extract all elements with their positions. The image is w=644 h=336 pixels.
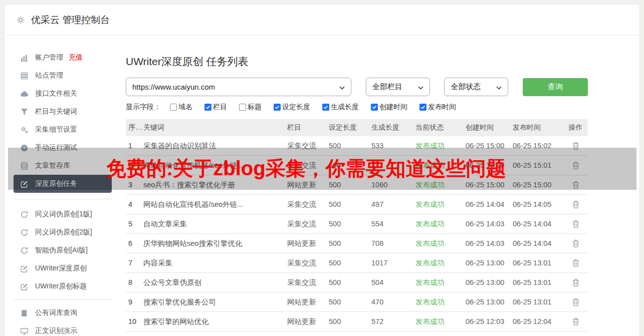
column-header: 发布时间 — [513, 123, 566, 132]
gears-icon — [20, 125, 29, 134]
cell-published: 06-25 15:01 — [513, 161, 566, 169]
field-option-5[interactable]: 创建时间 — [371, 103, 407, 112]
delete-button[interactable] — [571, 317, 580, 326]
delete-button[interactable] — [571, 180, 580, 190]
display-fields-row: 显示字段： 域名栏目标题设定长度生成长度创建时间发布时间 — [126, 102, 588, 112]
cell-status: 发布成功 — [415, 317, 466, 326]
checkbox-icon[interactable] — [170, 104, 177, 111]
checkbox-icon[interactable] — [239, 104, 246, 111]
cell-keyword: 网站自动化宣传机器/seo外链... — [143, 200, 287, 209]
column-header: 关键词 — [143, 123, 287, 132]
cell-published: 06-25 12:04 — [513, 317, 566, 325]
cell-gen-length: 1017 — [371, 259, 415, 267]
delete-button[interactable] — [571, 200, 580, 209]
sidebar-item-10[interactable]: 同义词伪原创[2版] — [14, 223, 112, 241]
sidebar-item-5[interactable]: 手动运行测试 — [14, 139, 112, 157]
server-icon — [20, 71, 29, 80]
sidebar-item-1[interactable]: 站点管理 — [14, 67, 112, 85]
sidebar-item-label: 正文识别演示 — [35, 326, 77, 335]
sidebar-item-label: 手动运行测试 — [35, 143, 77, 152]
cell-gen-length: 708 — [371, 239, 415, 247]
field-option-label: 域名 — [178, 103, 192, 112]
field-option-2[interactable]: 标题 — [239, 103, 262, 112]
sidebar-item-label: 采集细节设置 — [35, 125, 77, 134]
delete-button[interactable] — [571, 219, 580, 229]
field-option-label: 生成长度 — [331, 103, 359, 112]
sidebar-item-13[interactable]: UWriter原创标题 — [14, 277, 112, 295]
cell-actions — [566, 200, 585, 209]
field-option-1[interactable]: 栏目 — [204, 103, 227, 112]
sidebar-item-label: UWriter原创标题 — [35, 282, 87, 291]
sidebar-item-12[interactable]: UWriter深度原创 — [14, 259, 112, 277]
checkbox-icon[interactable] — [274, 104, 281, 111]
column-header: 当前状态 — [415, 123, 466, 132]
checkbox-icon[interactable] — [419, 104, 426, 111]
delete-button[interactable] — [571, 278, 580, 287]
table-row: 7内容采集采集交流5001017发布成功06-25 13:0006-25 13:… — [126, 253, 588, 273]
sidebar-item-7[interactable]: 深度原创任务 — [14, 175, 112, 193]
cell-set-length: 500 — [329, 161, 371, 169]
sidebar-item-6[interactable]: 文章暂存库 — [14, 157, 112, 175]
sidebar-item-9[interactable]: 同义词伪原创[1版] — [14, 205, 112, 223]
sidebar-item-0[interactable]: 账户管理充值 — [14, 49, 112, 67]
cell-created: 06-25 15:00 — [466, 181, 513, 189]
cell-created: 06-25 14:04 — [466, 200, 513, 208]
field-options: 域名栏目标题设定长度生成长度创建时间发布时间 — [170, 103, 468, 112]
checkbox-icon[interactable] — [204, 104, 211, 111]
site-select[interactable]: https://www.ucaiyun.com — [126, 78, 351, 96]
cell-index: 3 — [128, 181, 143, 189]
cell-created: 06-25 13:00 — [466, 298, 513, 306]
sidebar-item-15[interactable]: 公有词库查询 — [14, 304, 112, 322]
chevron-down-icon — [339, 83, 345, 91]
column-header: 操作 — [566, 123, 585, 132]
field-option-6[interactable]: 发布时间 — [419, 103, 456, 112]
refresh-icon — [20, 246, 29, 255]
sidebar-item-2[interactable]: 接口文件相关 — [14, 85, 112, 103]
checkbox-icon[interactable] — [371, 104, 378, 111]
cell-gen-length: 497 — [371, 200, 415, 208]
sidebar-item-3[interactable]: 栏目与关键词 — [14, 103, 112, 121]
field-option-label: 设定长度 — [282, 103, 310, 112]
field-option-4[interactable]: 生成长度 — [322, 103, 359, 112]
cell-gen-length: 572 — [371, 317, 415, 325]
cell-actions — [566, 258, 585, 268]
cell-gen-length: 554 — [371, 220, 415, 228]
delete-button[interactable] — [571, 239, 580, 248]
sidebar-item-4[interactable]: 采集细节设置 — [14, 121, 112, 139]
recharge-badge[interactable]: 充值 — [69, 53, 83, 62]
edit-icon — [20, 264, 29, 273]
sidebar-item-16[interactable]: 正文识别演示 — [14, 322, 112, 336]
table-row: 3seo兵书：搜索引擎优化手册网站更新5001060发布成功06-25 15:0… — [126, 175, 588, 195]
cell-category: 采集交流 — [287, 258, 329, 268]
field-option-label: 标题 — [248, 103, 262, 112]
delete-button[interactable] — [571, 141, 580, 151]
cell-set-length: 500 — [329, 200, 371, 208]
sidebar-item-label: 接口文件相关 — [35, 89, 77, 98]
cell-status: 发布成功 — [415, 278, 466, 287]
cell-keyword: 内容采集 — [143, 258, 287, 268]
column-select[interactable]: 全部栏目 — [366, 78, 430, 96]
page-title: UWriter深度原创 任务列表 — [126, 55, 588, 69]
delete-button[interactable] — [571, 297, 580, 307]
field-option-label: 栏目 — [213, 103, 227, 112]
cell-keyword: seo兵书：搜索引擎优化手册 — [143, 180, 287, 190]
query-button[interactable]: 查询 — [523, 78, 588, 96]
field-option-3[interactable]: 设定长度 — [274, 103, 310, 112]
cell-set-length: 500 — [329, 278, 371, 286]
checkbox-icon[interactable] — [322, 104, 329, 111]
cell-status: 发布成功 — [415, 161, 466, 170]
table-row: 4网站自动化宣传机器/seo外链...采集交流500497发布成功06-25 1… — [126, 195, 588, 214]
delete-button[interactable] — [571, 258, 580, 268]
display-fields-label: 显示字段： — [126, 103, 161, 112]
cell-actions — [566, 317, 585, 326]
cell-keyword: 庆华购物网站seo搜索引擎优化 — [143, 239, 287, 248]
sidebar-divider — [14, 199, 113, 199]
field-option-0[interactable]: 域名 — [170, 103, 192, 112]
admin-panel: 优采云 管理控制台 账户管理充值站点管理接口文件相关栏目与关键词采集细节设置手动… — [4, 4, 640, 336]
cell-status: 发布成功 — [415, 141, 466, 151]
sidebar-item-11[interactable]: 智能伪原创[AI版] — [14, 241, 112, 259]
bar-chart-icon — [20, 53, 29, 62]
delete-button[interactable] — [571, 161, 580, 170]
play-circle-icon — [20, 143, 29, 152]
status-select[interactable]: 全部状态 — [444, 78, 508, 96]
